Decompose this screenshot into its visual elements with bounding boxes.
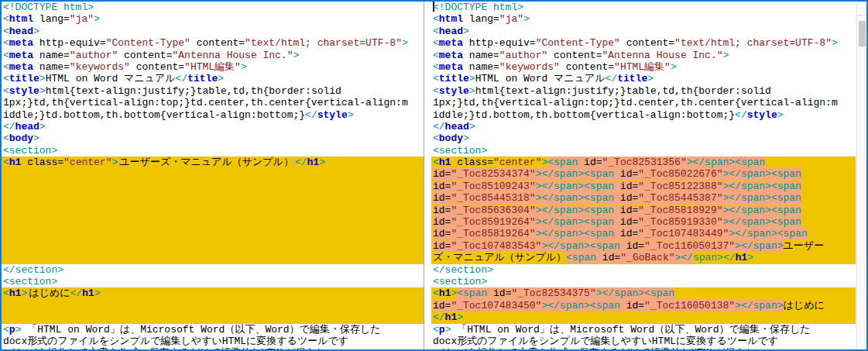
- code-segment: id=: [614, 181, 638, 192]
- code-line[interactable]: docx形式のファイルをシンプルで編集しやすいHTMLに変換するツールです: [431, 336, 856, 347]
- code-line[interactable]: <h1>はじめに</h1>: [2, 287, 424, 299]
- code-line[interactable]: <meta name="author" content="Antenna Hou…: [431, 50, 856, 61]
- code-segment: </: [176, 73, 188, 84]
- code-line[interactable]: id="_Toc85109243"></span><span id="_Toc8…: [431, 181, 856, 192]
- code-segment: <: [433, 157, 439, 168]
- code-line[interactable]: 1px;}td,th{vertical-align:top;}td.center…: [2, 97, 424, 108]
- code-segment: html: [439, 13, 463, 25]
- code-segment: lang=: [33, 13, 70, 25]
- code-line[interactable]: <section>: [2, 276, 424, 287]
- code-segment: >: [457, 311, 463, 323]
- code-line[interactable]: id="_Toc107483450"></span><span id="_Toc…: [431, 300, 856, 311]
- code-line[interactable]: iddle;}td.bottom,th.bottom{vertical-alig…: [2, 109, 424, 121]
- code-line[interactable]: </section>: [431, 264, 856, 276]
- code-segment: ></span><span: [722, 168, 801, 180]
- code-segment: </: [70, 287, 82, 299]
- code-line[interactable]: <h1 class="center"><span id="_Toc8253135…: [431, 157, 856, 168]
- code-line[interactable]: <title>HTML on Word マニュアル</title>: [2, 73, 424, 84]
- code-line[interactable]: <title>HTML on Word マニュアル</title>: [431, 73, 856, 84]
- code-segment: <!DOCTYPE html>: [433, 2, 523, 13]
- code-segment: body: [439, 132, 463, 144]
- code-line[interactable]: [2, 205, 424, 216]
- code-line[interactable]: <meta name="keywords" content="HTML編集">: [2, 61, 424, 73]
- vertical-scrollbar[interactable]: [856, 2, 866, 349]
- code-line[interactable]: id="_Toc85445318"></span><span id="_Toc8…: [431, 192, 856, 204]
- code-line[interactable]: [2, 300, 424, 311]
- code-line[interactable]: <html lang="ja">: [431, 13, 856, 25]
- code-line[interactable]: id="_Toc82534374"></span><span id="_Toc8…: [431, 168, 856, 180]
- code-segment: HTML on Word マニュアル: [475, 73, 606, 84]
- code-segment: 。Wordを操作して文書を作成・保存するだけで標準的なHTMLが得られ: [3, 347, 326, 349]
- code-line[interactable]: <meta name="keywords" content="HTML編集">: [431, 61, 856, 73]
- code-segment: ></span><span: [687, 157, 765, 168]
- left-file-pane[interactable]: <!DOCTYPE html><html lang="ja"><head><me…: [2, 2, 424, 349]
- code-line[interactable]: [2, 240, 424, 252]
- scrollbar-thumb[interactable]: [859, 21, 866, 46]
- code-segment: >: [463, 132, 469, 144]
- code-line[interactable]: </h1>: [431, 311, 856, 323]
- code-segment: meta: [9, 50, 33, 61]
- code-line[interactable]: [2, 168, 424, 180]
- code-line[interactable]: <html lang="ja">: [2, 13, 424, 25]
- code-line[interactable]: [2, 216, 424, 228]
- code-segment: id=: [433, 300, 451, 311]
- code-line[interactable]: [2, 192, 424, 204]
- code-line[interactable]: <section>: [431, 276, 856, 287]
- code-segment: "author": [499, 50, 547, 61]
- code-line[interactable]: <p> 「HTML on Word」は、Microsoft Word（以下、Wo…: [431, 324, 856, 336]
- code-line[interactable]: id="_Toc85819264"></span><span id="_Toc1…: [431, 228, 856, 239]
- code-line[interactable]: ズ・マニュアル（サンプル）<span id="_GoBack"></span><…: [431, 252, 856, 263]
- code-segment: id=: [487, 287, 511, 299]
- code-line[interactable]: docx形式のファイルをシンプルで編集しやすいHTMLに変換するツールです: [2, 336, 424, 347]
- code-segment: content=: [560, 61, 614, 73]
- code-line[interactable]: </head>: [431, 121, 856, 132]
- code-segment: <span: [566, 252, 596, 263]
- scrollbar-top-box: [857, 2, 866, 15]
- code-line[interactable]: [2, 181, 424, 192]
- code-line[interactable]: <body>: [2, 132, 424, 144]
- code-line[interactable]: <style>html{text-align:justify;}table,td…: [431, 85, 856, 97]
- code-line[interactable]: id="_Toc107483543"></span><span id="_Toc…: [431, 240, 856, 252]
- code-segment: h1: [439, 157, 451, 168]
- code-line[interactable]: 。Wordを操作して文書を作成・保存するだけで標準的なHTMLが得られ: [2, 347, 424, 349]
- code-line[interactable]: </section>: [2, 264, 424, 276]
- code-segment: <section>: [433, 276, 487, 287]
- code-segment: http-equiv=: [33, 37, 106, 49]
- code-line[interactable]: <h1 class="center">ユーザーズ・マニュアル（サンプル）</h1…: [2, 157, 424, 168]
- code-line[interactable]: [2, 252, 424, 263]
- code-line[interactable]: <p> 「HTML on Word」は、Microsoft Word（以下、Wo…: [2, 324, 424, 336]
- code-line[interactable]: <meta http-equiv="Content-Type" content=…: [2, 37, 424, 49]
- code-segment: id=: [433, 168, 451, 180]
- code-segment: "_Toc85445387": [638, 192, 722, 204]
- code-line[interactable]: </head>: [2, 121, 424, 132]
- code-line[interactable]: <style>html{text-align:justify;}table,td…: [2, 85, 424, 97]
- code-line[interactable]: <meta name="author" content="Antenna Hou…: [2, 50, 424, 61]
- code-segment: "_Toc82531356": [602, 157, 687, 168]
- code-segment: >: [33, 132, 39, 144]
- code-line[interactable]: <h1><span id="_Toc82534375"></span><span: [431, 287, 856, 299]
- code-line[interactable]: [2, 228, 424, 239]
- code-line[interactable]: <!DOCTYPE html>: [431, 2, 856, 13]
- code-line[interactable]: <section>: [2, 145, 424, 157]
- code-line[interactable]: <!DOCTYPE html>: [2, 2, 424, 13]
- code-segment: id=: [433, 192, 451, 204]
- code-segment: </: [305, 109, 317, 121]
- code-line[interactable]: 。Wordを操作して文書を作成・保存するだけで標準的なHTMLが得られ: [431, 347, 856, 349]
- code-segment: id=: [433, 181, 451, 192]
- right-file-pane[interactable]: <!DOCTYPE html><html lang="ja"><head><me…: [431, 2, 856, 349]
- code-line[interactable]: <meta http-equiv="Content-Type" content=…: [431, 37, 856, 49]
- code-line[interactable]: <body>: [431, 132, 856, 144]
- code-segment: "_Toc85919264": [451, 216, 535, 228]
- code-line[interactable]: iddle;}td.bottom,th.bottom{vertical-alig…: [431, 109, 856, 121]
- code-segment: <: [433, 26, 439, 37]
- code-line[interactable]: id="_Toc85919264"></span><span id="_Toc8…: [431, 216, 856, 228]
- code-segment: content=: [118, 50, 172, 61]
- code-line[interactable]: 1px;}td,th{vertical-align:top;}td.center…: [431, 97, 856, 108]
- code-line[interactable]: [2, 311, 424, 323]
- code-line[interactable]: id="_Toc85636304"></span><span id="_Toc8…: [431, 205, 856, 216]
- code-line[interactable]: <head>: [2, 26, 424, 37]
- code-line[interactable]: <section>: [431, 145, 856, 157]
- code-segment: ></span><span: [536, 228, 614, 239]
- code-line[interactable]: <head>: [431, 26, 856, 37]
- code-segment: ユーザー: [784, 240, 825, 252]
